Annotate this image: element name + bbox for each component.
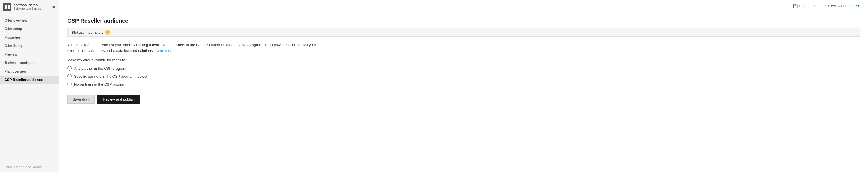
brand-text: contoso_demo Software as a Service (13, 3, 41, 10)
sidebar-nav: Offer overview Offer setup Properties Of… (0, 14, 59, 162)
main-content: 💾 Save draft ↑ Review and publish CSP Re… (59, 0, 868, 172)
svg-rect-2 (5, 7, 7, 9)
expand-icon[interactable]: ⇄ (52, 4, 56, 9)
status-bar: Status: Incomplete (67, 28, 860, 36)
radio-option-specific-partners[interactable]: Specific partners in the CSP program I s… (67, 74, 860, 78)
review-publish-topbar-button[interactable]: ↑ Review and publish (823, 3, 862, 9)
radio-any-partner[interactable] (67, 66, 72, 71)
save-draft-topbar-button[interactable]: 💾 Save draft (790, 3, 818, 9)
radio-specific-partners[interactable] (67, 74, 72, 78)
sidebar-item-properties[interactable]: Properties (0, 33, 59, 42)
radio-option-no-partners[interactable]: No partners in the CSP program (67, 82, 860, 87)
grid-icon (5, 4, 10, 9)
offer-id-bar: Offer ID: contoso_demo (0, 162, 59, 172)
review-publish-topbar-label: Review and publish (828, 4, 860, 8)
sidebar-item-offer-listing[interactable]: Offer listing (0, 42, 59, 50)
topbar: 💾 Save draft ↑ Review and publish (59, 0, 868, 12)
incomplete-icon (105, 30, 110, 34)
save-draft-button[interactable]: Save draft (67, 95, 95, 104)
status-value: Incomplete (86, 30, 104, 34)
sidebar-item-plan-overview[interactable]: Plan overview (0, 67, 59, 76)
offer-id-label: Offer ID: contoso_demo (4, 165, 55, 169)
topbar-actions: 💾 Save draft ↑ Review and publish (790, 3, 862, 9)
sidebar-item-label: Plan overview (4, 69, 27, 73)
sidebar-item-label: Preview (4, 52, 17, 56)
radio-option-any-partner[interactable]: Any partner in the CSP program (67, 66, 860, 71)
svg-rect-0 (5, 4, 7, 6)
sidebar-item-preview[interactable]: Preview (0, 50, 59, 59)
field-label: Make my offer available for resell to * (67, 58, 860, 62)
sidebar: contoso_demo Software as a Service ⇄ Off… (0, 0, 59, 172)
svg-rect-1 (8, 4, 10, 6)
radio-label-specific-partners: Specific partners in the CSP program I s… (74, 74, 147, 78)
radio-label-no-partners: No partners in the CSP program (74, 82, 126, 87)
sidebar-item-label: Offer listing (4, 44, 22, 48)
sidebar-item-label: CSP Reseller audience (4, 78, 43, 82)
page-title: CSP Reseller audience (67, 18, 860, 24)
review-publish-button[interactable]: Review and publish (97, 95, 140, 104)
required-asterisk: * (125, 58, 128, 62)
sidebar-item-csp-reseller-audience[interactable]: CSP Reseller audience (0, 76, 59, 84)
learn-more-link[interactable]: Learn more (155, 48, 174, 53)
brand-icon (3, 3, 11, 11)
brand-name: contoso_demo (13, 3, 41, 7)
radio-group: Any partner in the CSP program Specific … (67, 66, 860, 87)
bottom-actions: Save draft Review and publish (67, 95, 860, 104)
status-label: Status: (71, 30, 84, 34)
description-text: You can expand the reach of your offer b… (67, 42, 321, 53)
radio-label-any-partner: Any partner in the CSP program (74, 66, 126, 71)
content-area: CSP Reseller audience Status: Incomplete… (59, 12, 868, 172)
publish-icon: ↑ (825, 4, 827, 8)
sidebar-item-label: Offer overview (4, 19, 27, 22)
sidebar-item-label: Properties (4, 35, 21, 40)
brand-subtitle: Software as a Service (13, 7, 41, 10)
sidebar-item-label: Offer setup (4, 27, 22, 31)
sidebar-item-technical-configuration[interactable]: Technical configuration (0, 59, 59, 67)
brand-header: contoso_demo Software as a Service ⇄ (0, 0, 59, 14)
svg-rect-3 (8, 7, 10, 9)
sidebar-item-offer-overview[interactable]: Offer overview (0, 16, 59, 25)
save-icon: 💾 (793, 4, 798, 8)
radio-no-partners[interactable] (67, 82, 72, 87)
sidebar-item-label: Technical configuration (4, 61, 40, 65)
save-draft-topbar-label: Save draft (799, 4, 816, 8)
sidebar-item-offer-setup[interactable]: Offer setup (0, 25, 59, 33)
